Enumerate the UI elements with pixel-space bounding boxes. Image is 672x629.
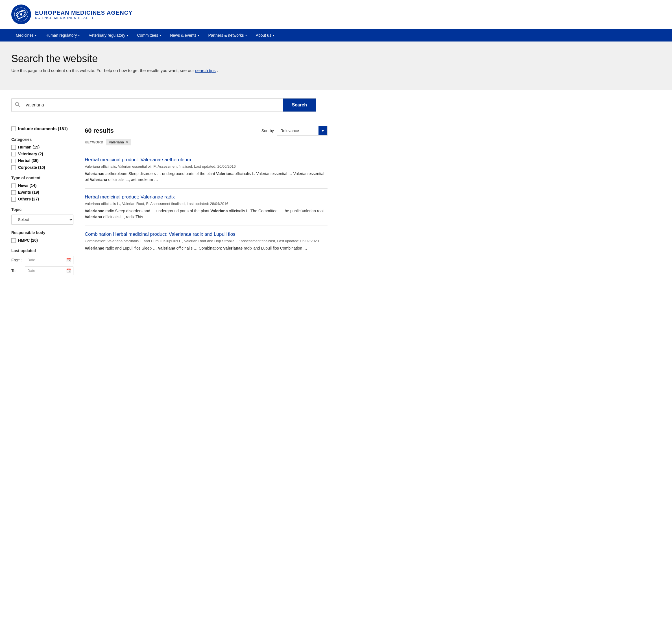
- date-to-input[interactable]: Date 📅: [25, 267, 73, 275]
- result-snippet: Valerianae radix and Lupuli flos Sleep ……: [85, 245, 328, 251]
- search-input[interactable]: [23, 99, 283, 112]
- news-checkbox[interactable]: [11, 184, 16, 188]
- news-label[interactable]: News (14): [18, 183, 37, 188]
- svg-line-5: [18, 105, 20, 107]
- result-title-link[interactable]: Herbal medicinal product: Valerianae rad…: [85, 194, 328, 200]
- chevron-down-icon: ▾: [127, 34, 128, 37]
- filter-others[interactable]: Others (27): [11, 196, 73, 201]
- include-docs-checkbox[interactable]: [11, 126, 16, 131]
- result-title-link[interactable]: Herbal medicinal product: Valerianae aet…: [85, 157, 328, 163]
- keyword-remove-icon[interactable]: ✕: [126, 140, 128, 144]
- filter-herbal[interactable]: Herbal (35): [11, 158, 73, 163]
- keyword-row: KEYWORD valeriana ✕: [85, 139, 328, 145]
- others-checkbox[interactable]: [11, 197, 16, 201]
- content-type-title: Type of content: [11, 176, 73, 180]
- include-docs-label[interactable]: Include documents (181): [18, 126, 68, 131]
- hmpc-checkbox[interactable]: [11, 238, 16, 243]
- date-from-input[interactable]: Date 📅: [25, 256, 73, 264]
- hero-section: Search the website Use this page to find…: [0, 42, 672, 90]
- search-area: Search: [0, 90, 672, 120]
- sort-label: Sort by: [261, 128, 274, 133]
- logo-title: EUROPEAN MEDICINES AGENCY: [35, 9, 133, 16]
- search-box: Search: [11, 98, 316, 112]
- sort-row: Sort by Relevance ▾: [261, 126, 328, 136]
- responsible-body-title: Responsible body: [11, 231, 73, 235]
- corporate-label[interactable]: Corporate (10): [18, 165, 45, 170]
- last-updated-title: Last updated: [11, 248, 73, 253]
- human-label[interactable]: Human (15): [18, 145, 40, 149]
- events-label[interactable]: Events (19): [18, 190, 39, 195]
- nav-news-events[interactable]: News & events ▾: [165, 29, 203, 42]
- others-label[interactable]: Others (27): [18, 197, 39, 201]
- topic-group: Topic - Select -: [11, 207, 73, 225]
- results-count: 60 results: [85, 127, 114, 135]
- include-docs-filter: Include documents (181): [11, 126, 73, 131]
- page-title: Search the website: [11, 53, 661, 65]
- categories-group: Categories Human (15) Veterinary (2) Her…: [11, 137, 73, 170]
- search-button[interactable]: Search: [283, 99, 316, 112]
- veterinary-checkbox[interactable]: [11, 152, 16, 156]
- site-header: EUROPEAN MEDICINES AGENCY SCIENCE MEDICI…: [0, 0, 672, 29]
- filter-events[interactable]: Events (19): [11, 190, 73, 195]
- chevron-down-icon: ▾: [160, 34, 161, 37]
- hero-description: Use this page to find content on this we…: [11, 68, 661, 73]
- chevron-down-icon: ▾: [273, 34, 274, 37]
- calendar-icon: 📅: [66, 258, 71, 262]
- sort-selected: Relevance: [277, 126, 318, 135]
- topic-select[interactable]: - Select -: [11, 215, 73, 225]
- search-tips-link[interactable]: search tips: [195, 68, 216, 73]
- hmpc-label[interactable]: HMPC (20): [18, 238, 38, 243]
- veterinary-label[interactable]: Veterinary (2): [18, 152, 43, 156]
- nav-veterinary-regulatory[interactable]: Veterinary regulatory ▾: [84, 29, 133, 42]
- keyword-label: KEYWORD: [85, 140, 103, 144]
- logo-text: EUROPEAN MEDICINES AGENCY SCIENCE MEDICI…: [35, 9, 133, 20]
- logo-subtitle: SCIENCE MEDICINES HEALTH: [35, 16, 133, 20]
- events-checkbox[interactable]: [11, 190, 16, 195]
- categories-title: Categories: [11, 137, 73, 142]
- result-item: Combination Herbal medicinal product: Va…: [85, 225, 328, 257]
- date-to-placeholder: Date: [27, 268, 64, 273]
- to-label: To:: [11, 268, 23, 273]
- chevron-down-icon: ▾: [78, 34, 80, 37]
- nav-partners-networks[interactable]: Partners & networks ▾: [204, 29, 251, 42]
- herbal-checkbox[interactable]: [11, 159, 16, 163]
- search-results: 60 results Sort by Relevance ▾ KEYWORD v…: [85, 126, 328, 281]
- result-item: Herbal medicinal product: Valerianae aet…: [85, 151, 328, 188]
- last-updated-group: Last updated From: Date 📅 To: Date 📅: [11, 248, 73, 275]
- nav-committees[interactable]: Committees ▾: [133, 29, 166, 42]
- results-header: 60 results Sort by Relevance ▾: [85, 126, 328, 136]
- date-to-row: To: Date 📅: [11, 267, 73, 275]
- result-item: Herbal medicinal product: Valerianae rad…: [85, 188, 328, 225]
- corporate-checkbox[interactable]: [11, 165, 16, 170]
- search-icon: [11, 102, 23, 108]
- topic-title: Topic: [11, 207, 73, 212]
- result-meta: Combination: Valeriana officinalis L. an…: [85, 239, 328, 243]
- content-type-group: Type of content News (14) Events (19) Ot…: [11, 176, 73, 201]
- date-from-placeholder: Date: [27, 258, 64, 262]
- result-title-link[interactable]: Combination Herbal medicinal product: Va…: [85, 232, 328, 237]
- nav-human-regulatory[interactable]: Human regulatory ▾: [41, 29, 84, 42]
- main-content: Include documents (181) Categories Human…: [0, 120, 339, 286]
- from-label: From:: [11, 258, 23, 262]
- filter-veterinary[interactable]: Veterinary (2): [11, 151, 73, 156]
- chevron-down-icon: ▾: [198, 34, 199, 37]
- calendar-icon: 📅: [66, 268, 71, 273]
- keyword-tag: valeriana ✕: [106, 139, 131, 145]
- filter-human[interactable]: Human (15): [11, 145, 73, 150]
- result-meta: Valeriana officinalis, Valerian essentia…: [85, 164, 328, 169]
- herbal-label[interactable]: Herbal (35): [18, 159, 39, 163]
- sort-select[interactable]: Relevance ▾: [277, 126, 328, 136]
- keyword-value: valeriana: [109, 140, 124, 144]
- filter-hmpc[interactable]: HMPC (20): [11, 238, 73, 243]
- responsible-body-group: Responsible body HMPC (20): [11, 231, 73, 243]
- sidebar: Include documents (181) Categories Human…: [11, 126, 73, 281]
- result-meta: Valeriana officinalis L., Valerian Root,…: [85, 201, 328, 206]
- filter-news[interactable]: News (14): [11, 183, 73, 188]
- filter-corporate[interactable]: Corporate (10): [11, 165, 73, 170]
- nav-medicines[interactable]: Medicines ▾: [11, 29, 41, 42]
- human-checkbox[interactable]: [11, 145, 16, 150]
- nav-about-us[interactable]: About us ▾: [251, 29, 279, 42]
- result-snippet: Valerianae radix Sleep disorders and … u…: [85, 208, 328, 220]
- chevron-down-icon: ▾: [35, 34, 37, 37]
- logo-icon: [11, 4, 31, 24]
